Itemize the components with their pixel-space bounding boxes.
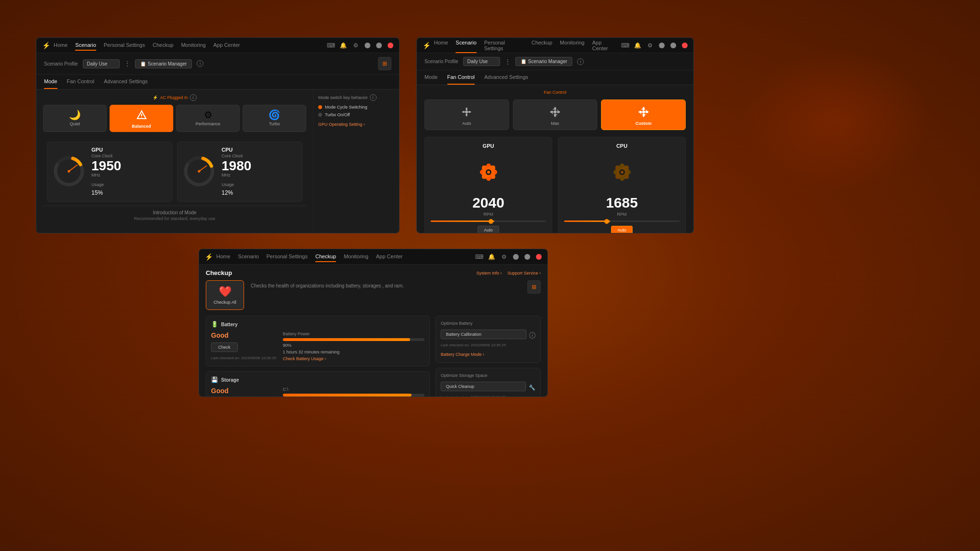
nav-home-2[interactable]: Home	[434, 38, 448, 53]
nav-checkup-3[interactable]: Checkup	[315, 252, 336, 262]
nav-personal-2[interactable]: Personal Settings	[484, 38, 524, 53]
battery-title: Battery	[221, 322, 237, 327]
gear-icon-3[interactable]: ⚙	[501, 253, 507, 260]
system-info-link[interactable]: System Info ›	[476, 271, 501, 276]
nav-home-3[interactable]: Home	[216, 252, 230, 262]
tab-fancontrol-2[interactable]: Fan Control	[447, 70, 475, 85]
battery-status: Good	[211, 331, 278, 339]
battery-check-btn[interactable]: Check	[211, 342, 238, 352]
battery-fill	[283, 338, 410, 341]
layout-toggle-1[interactable]: ⊞	[378, 57, 391, 70]
battery-calibration-info[interactable]: i	[529, 332, 535, 339]
tab-fancontrol-1[interactable]: Fan Control	[67, 75, 94, 89]
scenario-manager-btn-1[interactable]: 📋 Scenario Manager	[135, 59, 192, 68]
scenario-manager-btn-2[interactable]: 📋 Scenario Manager	[515, 57, 573, 66]
nav-personal-1[interactable]: Personal Settings	[104, 40, 145, 51]
quick-cleanup-btn[interactable]: Quick Cleanup	[441, 382, 526, 391]
nav-appcenter-1[interactable]: App Center	[213, 40, 240, 51]
performance-label: Performance	[196, 121, 221, 126]
profile-menu-icon[interactable]: ⋮	[124, 60, 130, 67]
gpu-fan-slider[interactable]	[431, 220, 546, 222]
info-icon-2[interactable]: i	[577, 58, 584, 65]
maximize-btn-2[interactable]	[670, 43, 676, 48]
fan-card-auto[interactable]: Auto	[424, 99, 509, 130]
nav-checkup-1[interactable]: Checkup	[153, 40, 173, 51]
close-btn-2[interactable]	[682, 43, 688, 48]
bell-icon-3: 🔔	[488, 253, 495, 260]
close-btn-3[interactable]	[536, 254, 542, 260]
mode-right-panel: Mode switch key behavior i Mode Cycle Sw…	[313, 89, 399, 233]
fan-mode-cards: Auto Max	[424, 99, 686, 130]
profile-menu-icon-2[interactable]: ⋮	[505, 58, 511, 65]
tab-mode-2[interactable]: Mode	[424, 70, 438, 85]
scenario-manager-icon: 📋	[140, 61, 146, 66]
mode-card-performance[interactable]: ⚙ Performance	[176, 105, 240, 132]
fan-control-header: Fan Control	[424, 90, 686, 95]
checkup-all-button[interactable]: ❤️ Checkup All	[206, 280, 244, 310]
ac-icon: ⚡	[153, 95, 158, 100]
title-controls-2: ⌨ 🔔 ⚙	[622, 42, 688, 49]
gear-icon[interactable]: ⚙	[352, 42, 359, 49]
radio-turbo[interactable]: Turbo On/Off	[318, 112, 394, 117]
minimize-btn-3[interactable]	[513, 254, 519, 260]
cpu-subtitle: Core Clock	[222, 154, 297, 158]
profile-bar-2: Scenario Profile Daily Use ⋮ 📋 Scenario …	[417, 53, 693, 70]
nav-monitoring-3[interactable]: Monitoring	[344, 252, 368, 262]
svg-point-14	[554, 110, 557, 113]
cpu-fan-slider[interactable]	[564, 220, 679, 222]
info-icon-1[interactable]: i	[197, 60, 203, 67]
close-btn-1[interactable]	[388, 43, 393, 48]
tab-advanced-2[interactable]: Advanced Settings	[484, 70, 528, 85]
nav-checkup-2[interactable]: Checkup	[532, 38, 552, 53]
balanced-label: Balanced	[132, 124, 151, 129]
svg-point-15	[642, 110, 645, 113]
fan-card-max[interactable]: Max	[513, 99, 598, 130]
nav-home-1[interactable]: Home	[54, 40, 67, 51]
mode-card-quiet[interactable]: 🌙 Quiet	[43, 105, 107, 132]
nav-scenario-3[interactable]: Scenario	[238, 252, 258, 262]
gpu-fan-auto-btn[interactable]: Auto	[478, 226, 499, 233]
fan-control-content: Fan Control Auto	[417, 85, 693, 233]
radio-cycle[interactable]: Mode Cycle Switching	[318, 105, 394, 110]
profile-dropdown-2[interactable]: Daily Use	[463, 57, 500, 66]
check-battery-usage-link[interactable]: Check Battery Usage ›	[283, 356, 424, 361]
window-scenario-mode: ⚡ Home Scenario Personal Settings Checku…	[36, 37, 400, 233]
gear-icon-2[interactable]: ⚙	[646, 42, 653, 49]
nav-scenario-1[interactable]: Scenario	[75, 40, 96, 51]
tab-mode-1[interactable]: Mode	[44, 75, 57, 89]
maximize-btn-1[interactable]	[376, 43, 382, 48]
fan-card-custom[interactable]: Custom	[601, 99, 686, 130]
support-service-link[interactable]: Support Service ›	[507, 271, 541, 276]
mode-card-turbo[interactable]: 🌀 Turbo	[243, 105, 306, 132]
cpu-fan-auto-btn[interactable]: Auto	[611, 226, 633, 233]
gpu-fan-label: GPU	[483, 143, 494, 149]
nav-scenario-2[interactable]: Scenario	[456, 38, 476, 53]
nav-appcenter-3[interactable]: App Center	[376, 252, 403, 262]
radio-dot-cycle	[318, 105, 322, 109]
quick-cleanup-last: Last checked on: 2023/06/08 10:36:25	[441, 395, 535, 397]
minimize-btn-2[interactable]	[659, 43, 665, 48]
layout-toggle-3[interactable]: ⊞	[527, 280, 541, 294]
profile-label-1: Scenario Profile	[44, 61, 78, 66]
minimize-btn-1[interactable]	[365, 43, 370, 48]
cpu-value: 1980	[222, 159, 297, 173]
ac-info-icon[interactable]: i	[190, 94, 197, 101]
kbd-icon-2: ⌨	[622, 42, 628, 49]
title-bar-1: ⚡ Home Scenario Personal Settings Checku…	[36, 38, 399, 53]
checkup-all-icon: ❤️	[219, 286, 232, 298]
profile-bar-1: Scenario Profile Daily Use ⋮ 📋 Scenario …	[36, 53, 399, 75]
nav-personal-3[interactable]: Personal Settings	[267, 252, 308, 262]
mode-card-balanced[interactable]: Balanced	[110, 105, 173, 132]
gpu-operating-link[interactable]: GPU Operating Setting ›	[318, 122, 394, 127]
svg-point-13	[465, 110, 468, 113]
mode-switch-info[interactable]: i	[370, 94, 377, 101]
nav-monitoring-1[interactable]: Monitoring	[181, 40, 205, 51]
tab-advanced-1[interactable]: Advanced Settings	[104, 75, 148, 89]
maximize-btn-3[interactable]	[524, 254, 530, 260]
nav-monitoring-2[interactable]: Monitoring	[560, 38, 584, 53]
profile-dropdown-1[interactable]: Daily Use	[83, 59, 120, 68]
nav-appcenter-2[interactable]: App Center	[592, 38, 618, 53]
turbo-label: Turbo	[269, 121, 280, 126]
battery-calibration-btn[interactable]: Battery Calibration	[441, 330, 526, 339]
battery-charge-mode-link[interactable]: Battery Charge Mode ›	[441, 352, 484, 357]
